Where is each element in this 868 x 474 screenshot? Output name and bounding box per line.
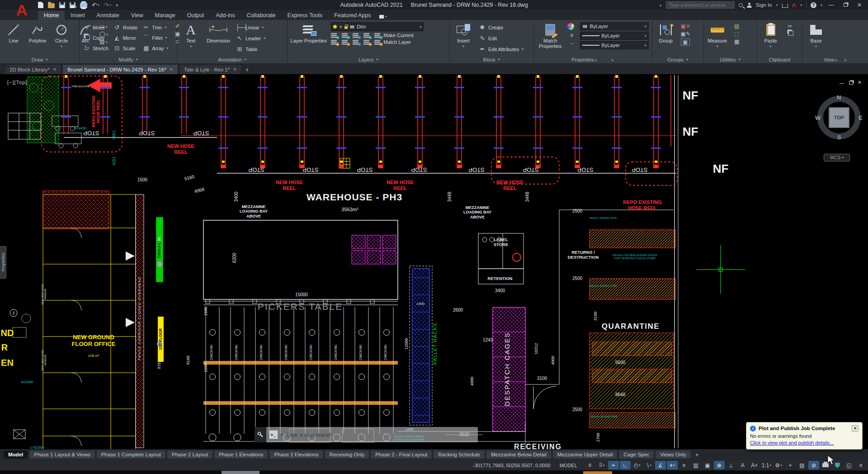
doc-close-button[interactable]: ✕ xyxy=(858,80,862,85)
layer-select[interactable]: ☀ Dim ▾ xyxy=(331,22,424,31)
base-button[interactable]: Base xyxy=(806,22,826,49)
compass-east[interactable]: E xyxy=(859,114,863,121)
annotation-linear[interactable]: ├─┤Linear xyxy=(236,22,265,33)
ribbon-tab-express-tools[interactable]: Express Tools xyxy=(282,11,329,20)
panel-title-clipboard[interactable]: Clipboard xyxy=(757,56,802,63)
drawing-canvas[interactable]: FIRE ESCAPEREPO EXISTING HOSE REEL914450… xyxy=(0,74,868,449)
layout-tab-receiving-only[interactable]: Receiving Only xyxy=(325,450,369,459)
layout-tab-phase-2-final-layout[interactable]: Phase 2 - Final Layout xyxy=(371,450,432,459)
panel-title-groups[interactable]: Groups xyxy=(652,56,703,63)
view-cube-top-face[interactable]: TOP xyxy=(829,107,849,128)
panel-title-draw[interactable]: Draw xyxy=(0,56,79,63)
status-dynamic-input[interactable]: ＋ xyxy=(608,461,619,469)
new-layout-button[interactable]: + xyxy=(693,451,702,458)
status-quick-properties[interactable]: ▤ xyxy=(797,461,807,469)
command-recent-chevron-icon[interactable]: ▾ xyxy=(281,433,283,437)
annotation-table[interactable]: ⊞Table xyxy=(236,44,265,54)
qat-customize-icon[interactable]: ▾ xyxy=(116,3,118,8)
color-wheel-icon[interactable] xyxy=(567,23,574,30)
layout-tab-phase-2-elevations[interactable]: Phase 2 Elevations xyxy=(269,450,323,459)
linetype-list-icon[interactable]: ┄ xyxy=(567,41,576,47)
ribbon-tab-view[interactable]: View xyxy=(125,11,149,20)
match-layer-button[interactable]: Match Layer xyxy=(374,39,411,45)
close-icon[interactable]: ✕ xyxy=(53,67,57,72)
help-chevron-icon[interactable]: ▾ xyxy=(821,3,822,7)
block-create[interactable]: ✱Create xyxy=(478,22,524,33)
modify-copy[interactable]: Copy xyxy=(83,33,108,43)
chevron-down-icon[interactable]: ▾ xyxy=(645,43,646,47)
app-store-cart-icon[interactable] xyxy=(782,4,788,8)
layer-tool-icon[interactable] xyxy=(353,33,360,38)
status-snap-mode[interactable]: ⠿▾ xyxy=(596,461,607,469)
layout-tab-model[interactable]: Model xyxy=(4,450,28,459)
ungroup-icon[interactable]: ▣✕ xyxy=(681,23,690,29)
circle-button[interactable]: Circle xyxy=(51,22,72,49)
panel-title-utilities[interactable]: Utilities xyxy=(704,56,757,63)
command-input[interactable]: Type a command xyxy=(285,431,330,438)
line-button[interactable]: Line xyxy=(3,22,24,43)
ribbon-options-button[interactable]: ▾ xyxy=(379,14,387,19)
command-line-bar[interactable]: ▸_ ▾ Type a command xyxy=(266,427,478,442)
compass-west[interactable]: W xyxy=(815,114,821,121)
close-icon[interactable]: ✕ xyxy=(233,67,236,72)
panel-title-block[interactable]: Block xyxy=(450,56,533,63)
view-cube[interactable]: N W E S TOP xyxy=(817,96,861,139)
modify-trim[interactable]: ✂Trim xyxy=(142,22,168,33)
close-button[interactable]: ✕ xyxy=(854,2,864,8)
layout-tab-mezzanine-upper-detail[interactable]: Mezzanine Upper Detail xyxy=(553,450,618,459)
status-clean-screen[interactable]: ◱ xyxy=(844,461,854,469)
compass-north[interactable]: N xyxy=(837,94,841,101)
layout-tab-phase-2-layout[interactable]: Phase 2 Layout xyxy=(167,450,212,459)
layout-tab-phase-1-elevations[interactable]: Phase 1 Elevations xyxy=(214,450,268,459)
ucs-selector[interactable]: WCS▾ xyxy=(824,154,850,161)
layout-tab-cage-spec[interactable]: Cage Spec xyxy=(619,450,654,459)
layer-lock-icon[interactable] xyxy=(344,26,348,29)
layout-tab-mezzanine-below-detail[interactable]: Mezzanine Below Detail xyxy=(486,450,551,459)
status-workspace-settings[interactable]: ⚙▾ xyxy=(773,461,784,469)
layer-properties-button[interactable]: Layer Properties xyxy=(291,22,327,43)
search-icon[interactable] xyxy=(739,3,743,7)
insert-button[interactable]: Insert xyxy=(453,22,474,49)
modify-stretch[interactable]: ▱Stretch xyxy=(83,43,108,53)
status-object-snap-tracking[interactable]: ∠ xyxy=(655,461,666,469)
ribbon-tab-insert[interactable]: Insert xyxy=(65,11,90,20)
layer-color-swatch[interactable] xyxy=(349,25,355,29)
ribbon-tab-home[interactable]: Home xyxy=(38,11,65,20)
status-annotation-monitor[interactable]: ＋ xyxy=(785,461,796,469)
select-window-icon[interactable]: ⬚ xyxy=(732,31,741,37)
close-icon[interactable]: ✕ xyxy=(170,67,173,72)
modify-mirror[interactable]: ◭Mirror xyxy=(113,33,137,43)
doc-minimize-button[interactable]: — xyxy=(840,80,844,85)
chevron-down-icon[interactable]: ▾ xyxy=(645,34,646,38)
panel-title-layers[interactable]: Layers xyxy=(288,56,449,63)
command-customize-button[interactable] xyxy=(255,427,266,442)
layer-tool-icon[interactable] xyxy=(363,40,371,45)
panel-title-properties[interactable]: Properties↘ xyxy=(534,56,652,63)
ribbon-tab-featured-apps[interactable]: Featured Apps xyxy=(328,11,377,20)
layer-tool-icon[interactable] xyxy=(331,40,338,45)
search-input[interactable] xyxy=(666,1,735,9)
redo-button[interactable]: ↷▾ xyxy=(104,2,112,8)
status-annotation-scale[interactable]: 1:1▾ xyxy=(761,461,772,469)
block-edit[interactable]: ✎Edit xyxy=(478,33,524,43)
sign-in-chevron-icon[interactable]: ▾ xyxy=(776,3,778,7)
panel-title-view[interactable]: View↘ xyxy=(802,56,868,63)
layer-tool-icon[interactable] xyxy=(331,33,338,38)
status-isolate-objects[interactable]: ⊘ xyxy=(808,461,819,469)
modify-scale[interactable]: ⊡Scale xyxy=(113,43,137,53)
chevron-down-icon[interactable]: ▾ xyxy=(645,24,646,28)
save-icon[interactable] xyxy=(59,2,65,8)
panel-title-annotation[interactable]: Annotation xyxy=(177,56,287,63)
layout-tab-views-only[interactable]: Views Only xyxy=(656,450,690,459)
file-tab-brunel-samrand-drw-no-2429-rev-16[interactable]: Brunel Samrand - DRW No.2429 - Rev 16*✕ xyxy=(62,64,178,74)
annotation-leader[interactable]: ↖Leader xyxy=(236,33,265,43)
notification-link[interactable]: Click to view plot and publish details..… xyxy=(750,440,859,446)
restore-button[interactable] xyxy=(840,2,850,8)
make-current-button[interactable]: Make Current xyxy=(374,33,414,38)
lineweight-list-icon[interactable]: ≡ xyxy=(567,32,576,38)
doc-restore-button[interactable] xyxy=(849,80,853,85)
autodesk-chevron-icon[interactable]: ▾ xyxy=(800,3,802,7)
dimension-button[interactable]: ⊢—⊣✦ Dimension xyxy=(207,22,230,43)
block-edit-attributes[interactable]: ✒Edit Attributes xyxy=(478,44,524,54)
undo-button[interactable]: ↶▾ xyxy=(92,2,99,8)
